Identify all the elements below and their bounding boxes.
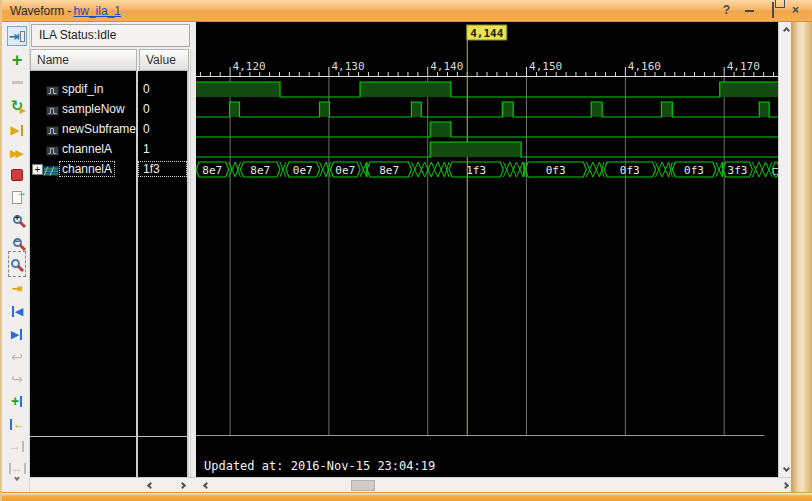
signal-panel-hscrollbar[interactable]: [30, 477, 196, 492]
restore-button[interactable]: [764, 3, 781, 18]
remove-icon: [7, 72, 27, 92]
bus-value-label: 8e7: [379, 164, 399, 177]
window-controls: ? ×: [718, 3, 804, 18]
signal-value[interactable]: 0: [139, 82, 186, 96]
table-row[interactable]: sampleNow0: [30, 99, 189, 119]
bus-signal-icon: [43, 163, 59, 181]
scroll-right-button[interactable]: [174, 479, 190, 492]
signal-value[interactable]: 1: [139, 142, 186, 156]
signal-name[interactable]: sampleNow: [60, 102, 127, 116]
signal-name[interactable]: channelA: [60, 142, 114, 156]
bus-value-label: 1f3: [466, 164, 486, 177]
tick-label: 4,150: [529, 60, 562, 73]
window-frame-right: [791, 22, 812, 501]
signal-name[interactable]: spdif_in: [60, 82, 105, 96]
table-row[interactable]: channelA1: [30, 139, 189, 159]
run-trigger-immediate-icon[interactable]: ▶: [7, 120, 27, 140]
export-data-icon[interactable]: →: [7, 187, 27, 207]
signal-rows: spdif_in0sampleNow0newSubframe0channelA1…: [30, 79, 189, 179]
chevron-up-icon: [782, 27, 789, 34]
goto-time-icon[interactable]: ⇥: [7, 278, 27, 298]
close-button[interactable]: ×: [787, 3, 804, 18]
run-trigger-icon[interactable]: ↻▶: [7, 96, 27, 116]
high-span: [430, 142, 521, 157]
column-header-name[interactable]: Name: [30, 49, 137, 71]
chevron-right-icon: [178, 482, 185, 489]
table-row[interactable]: newSubframe0: [30, 119, 189, 139]
signal-value[interactable]: 0: [139, 102, 186, 116]
bus-value-label: 8e7: [250, 164, 270, 177]
wave-hscroll-thumb[interactable]: [351, 480, 375, 491]
window-title: Waveform -: [10, 4, 72, 18]
chevron-right-icon: [781, 482, 788, 489]
bus-value-label: 3f3: [728, 164, 748, 177]
column-header-value[interactable]: Value: [139, 49, 189, 71]
wave-scroll-left-button[interactable]: [198, 479, 214, 492]
signal-name[interactable]: newSubframe: [60, 122, 138, 136]
updated-at-text: Updated at: 2016-Nov-15 23:04:19: [204, 459, 435, 473]
wave-hscrollbar[interactable]: [196, 477, 793, 492]
previous-marker-icon[interactable]: ←: [7, 414, 27, 434]
tick-label: 4,170: [727, 60, 760, 73]
high-span: [230, 102, 240, 117]
waveform-window: Waveform - hw_ila_1 ? × ⇥+↻▶▶▶▶→+−⇥◀▶↩↪+…: [0, 0, 812, 501]
dock-icon[interactable]: ⇥: [7, 26, 27, 46]
goto-start-icon[interactable]: ◀: [7, 301, 27, 321]
waveform-canvas[interactable]: 4,1204,1304,1404,1504,1604,1708e78e70e70…: [196, 22, 780, 477]
signal-value[interactable]: 0: [139, 122, 186, 136]
signal-value[interactable]: 1f3: [139, 162, 186, 176]
previous-transition-icon: ↩: [7, 347, 27, 367]
bus-value-label: 0f3: [684, 164, 704, 177]
help-button[interactable]: ?: [718, 3, 735, 18]
value-column-edge: [187, 71, 189, 477]
next-marker-icon: →: [7, 436, 27, 456]
wave-background: [196, 22, 780, 477]
window-frame-bottom: [2, 492, 812, 501]
chevron-down-icon: [782, 465, 789, 472]
ila-core-link[interactable]: hw_ila_1: [74, 4, 121, 18]
signal-table: spdif_in0sampleNow0newSubframe0channelA1…: [30, 71, 189, 477]
goto-end-icon[interactable]: ▶: [7, 324, 27, 344]
high-span: [759, 102, 769, 117]
zoom-out-icon[interactable]: −: [7, 232, 27, 252]
add-marker-icon[interactable]: +: [7, 391, 27, 411]
wave-panel: 4,1204,1304,1404,1504,1604,1708e78e70e70…: [196, 22, 793, 492]
add-icon[interactable]: +: [7, 50, 27, 70]
signal-name[interactable]: channelA: [60, 162, 114, 176]
table-row[interactable]: spdif_in0: [30, 79, 189, 99]
bus-value-label: 0e7: [335, 164, 355, 177]
bus-value-label: 0e7: [293, 164, 313, 177]
signal-panel: ILA Status:Idle Name Value spdif_in0samp…: [30, 22, 196, 492]
titlebar: Waveform - hw_ila_1 ? ×: [2, 0, 812, 22]
high-span: [591, 102, 602, 117]
zoom-fit-icon[interactable]: [7, 254, 27, 274]
tick-label: 4,130: [331, 60, 364, 73]
high-span: [411, 102, 421, 117]
table-separator-line: [30, 436, 187, 437]
table-row[interactable]: +channelA1f3: [30, 159, 189, 179]
chevron-left-icon: [202, 482, 209, 489]
fast-forward-icon[interactable]: ▶▶: [7, 143, 27, 163]
cursor-time-label: 4,144: [470, 27, 503, 40]
minimize-button[interactable]: [741, 3, 758, 18]
chevron-left-icon: [146, 482, 153, 489]
bus-value-label: 0f3: [546, 164, 566, 177]
restore-icon: [772, 2, 774, 18]
expand-icon[interactable]: +: [32, 164, 43, 175]
toolbar-overflow-icon[interactable]: [7, 472, 27, 484]
zoom-in-icon[interactable]: +: [7, 209, 27, 229]
main-area: ⇥+↻▶▶▶▶→+−⇥◀▶↩↪+←→↔ ILA Status:Idle Name…: [4, 22, 793, 492]
tick-label: 4,140: [430, 60, 463, 73]
tick-label: 4,160: [628, 60, 661, 73]
stop-trigger-icon[interactable]: [7, 165, 27, 185]
high-span: [661, 102, 672, 117]
toolbar: ⇥+↻▶▶▶▶→+−⇥◀▶↩↪+←→↔: [4, 22, 30, 492]
name-value-separator[interactable]: [136, 71, 138, 477]
high-span: [502, 102, 513, 117]
ila-status-box: ILA Status:Idle: [31, 24, 190, 47]
scroll-left-button[interactable]: [142, 479, 158, 492]
bus-value-label: 0f3: [620, 164, 640, 177]
high-span: [320, 102, 330, 117]
ila-status-label: ILA Status:Idle: [39, 28, 116, 42]
high-span: [196, 82, 280, 97]
